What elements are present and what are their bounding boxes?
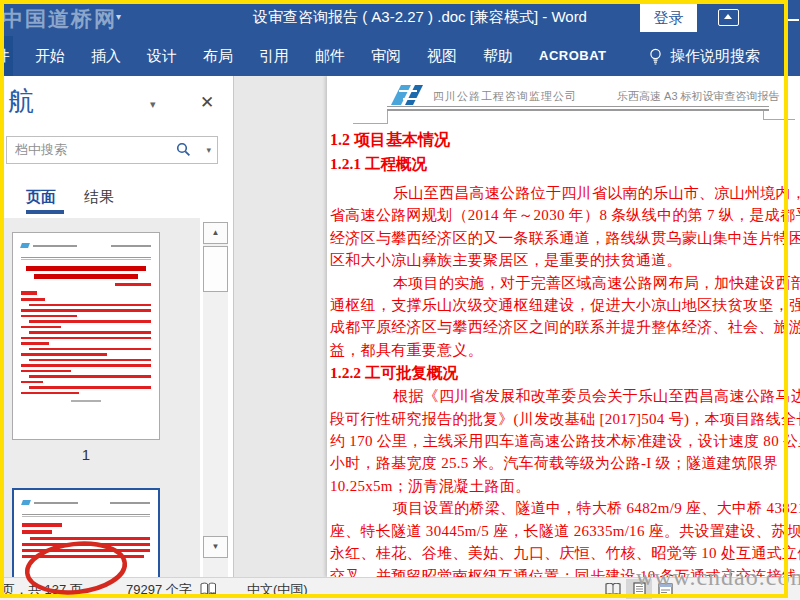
document-search-input[interactable]: 档中搜索 ▾ (6, 136, 218, 164)
document-body[interactable]: 1.2 项目基本情况 1.2.1 工程概况 乐山至西昌高速公路位于四川省以南的乐… (330, 128, 800, 577)
header-company: 四川公路工程咨询监理公司 (433, 89, 577, 104)
scrollbar-down-icon[interactable]: ▼ (203, 536, 228, 558)
tab-layout[interactable]: 布局 (190, 36, 246, 76)
site-watermark-top: 中国道桥网 (2, 5, 117, 33)
document-area: 四川公路工程咨询监理公司 乐西高速 A3 标初设审查咨询报告 1.2 项目基本情… (234, 76, 800, 577)
read-mode-icon[interactable] (600, 579, 626, 599)
nav-tab-results[interactable]: 结果 (84, 188, 114, 207)
nav-tab-pages[interactable]: 页面 (26, 188, 56, 207)
sign-in-button[interactable]: 登录 (640, 4, 697, 32)
scrollbar-up-icon[interactable]: ▲ (203, 222, 228, 244)
lightbulb-icon (648, 48, 663, 65)
tab-acrobat[interactable]: ACROBAT (526, 36, 620, 76)
tab-design[interactable]: 设计 (134, 36, 190, 76)
paragraph-1: 乐山至西昌高速公路位于四川省以南的乐山市、凉山州境内，是四川 省高速公路网规划（… (330, 182, 800, 272)
heading-1-2: 1.2 项目基本情况 (330, 128, 800, 152)
navigation-tabs: 页面 结果 (4, 184, 233, 218)
navigation-pane-title: 航 (8, 84, 34, 119)
search-icon[interactable] (176, 142, 191, 157)
tab-view[interactable]: 视图 (414, 36, 470, 76)
tell-me-label: 操作说明搜索 (670, 47, 760, 66)
page-thumbnail-2-selected[interactable] (12, 488, 160, 577)
paragraph-2: 本项目的实施，对于完善区域高速公路网布局，加快建设西部综合交 通枢纽，支撑乐山次… (330, 272, 800, 362)
tab-help[interactable]: 帮助 (470, 36, 526, 76)
navigation-pane-dropdown-icon[interactable]: ▾ (150, 98, 156, 111)
page-thumbnail-1[interactable] (12, 232, 160, 440)
thumbnail-footer-mark (71, 400, 101, 402)
quick-access-dropdown-icon[interactable]: ▾ (116, 11, 121, 22)
page-thumbnail-list: 1 (4, 218, 200, 577)
page-1-number: 1 (12, 446, 160, 463)
tab-references[interactable]: 引用 (246, 36, 302, 76)
site-watermark-bottom: www.cndao.com (636, 564, 800, 591)
tab-insert[interactable]: 插入 (78, 36, 134, 76)
nav-scrollbar[interactable]: ▲ ▼ (203, 222, 228, 577)
company-logo-icon (391, 83, 429, 107)
language-status[interactable]: 中文(中国) (247, 581, 308, 599)
word-count-status[interactable]: 79297 个字 (126, 581, 192, 599)
scrollbar-thumb[interactable] (203, 246, 228, 292)
header-report-title: 乐西高速 A3 标初设审查咨询报告 (617, 89, 780, 104)
tab-review[interactable]: 审阅 (358, 36, 414, 76)
tab-file-partial[interactable]: 文件 (4, 36, 13, 76)
tab-mailings[interactable]: 邮件 (302, 36, 358, 76)
window-title: 设审查咨询报告 ( A3-2.27 ) .doc [兼容模式] - Word (205, 8, 635, 27)
proofing-error-icon[interactable] (200, 582, 217, 596)
navigation-pane: 航 ▾ ✕ 档中搜索 ▾ 页面 结果 1 (4, 76, 233, 577)
thumbnail-header (22, 500, 150, 510)
ribbon-display-options-icon[interactable] (718, 9, 739, 26)
nav-tab-active-underline (26, 210, 64, 214)
navigation-pane-close-icon[interactable]: ✕ (200, 92, 214, 113)
search-placeholder: 档中搜索 (15, 137, 67, 163)
heading-1-2-2: 1.2.2 工可批复概况 (330, 361, 800, 385)
paragraph-3: 根据《四川省发展和改革委员会关于乐山至西昌高速公路马边至昭觉 段可行性研究报告的… (330, 385, 800, 497)
title-bar: 中国道桥网 ▾ 设审查咨询报告 ( A3-2.27 ) .doc [兼容模式] … (0, 0, 800, 36)
header-rule (387, 109, 769, 111)
document-page[interactable]: 四川公路工程咨询监理公司 乐西高速 A3 标初设审查咨询报告 1.2 项目基本情… (327, 76, 800, 577)
thumbnail-title-line (34, 274, 138, 279)
search-options-dropdown-icon[interactable]: ▾ (206, 145, 211, 155)
heading-1-2-1: 1.2.1 工程概况 (330, 152, 800, 176)
page-count-status[interactable]: 页，共 137 页 (2, 581, 83, 599)
ribbon-tab-row: 文件 开始 插入 设计 布局 引用 邮件 审阅 视图 帮助 ACROBAT 操作… (0, 36, 800, 76)
tab-home[interactable]: 开始 (22, 36, 78, 76)
tell-me-search[interactable]: 操作说明搜索 (648, 36, 760, 76)
thumbnail-title-line (26, 266, 146, 271)
header-rule (387, 106, 769, 107)
minimize-icon[interactable] (788, 19, 799, 21)
thumbnail-header (21, 243, 151, 253)
